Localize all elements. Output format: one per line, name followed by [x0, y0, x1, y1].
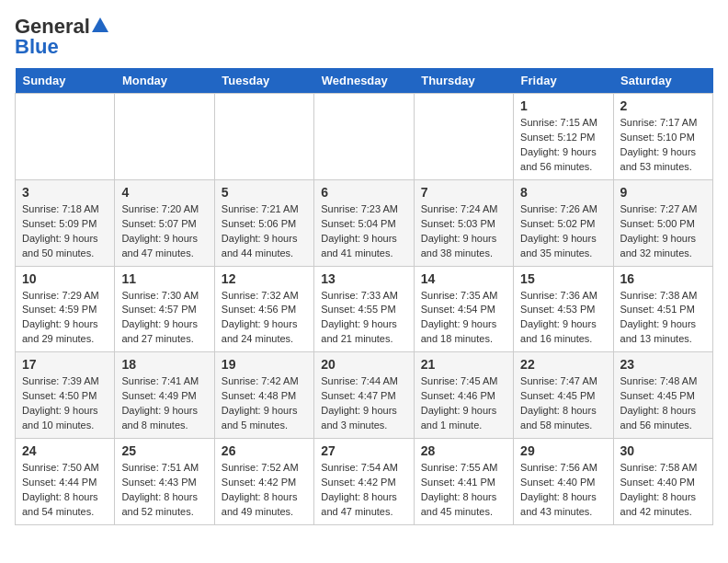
day-info: Sunrise: 7:36 AM Sunset: 4:53 PM Dayligh… — [520, 289, 606, 348]
day-info: Sunrise: 7:51 AM Sunset: 4:43 PM Dayligh… — [121, 461, 207, 520]
day-number: 9 — [620, 185, 706, 200]
calendar-cell: 26Sunrise: 7:52 AM Sunset: 4:42 PM Dayli… — [214, 439, 313, 525]
day-info: Sunrise: 7:42 AM Sunset: 4:48 PM Dayligh… — [222, 374, 307, 433]
day-info: Sunrise: 7:33 AM Sunset: 4:55 PM Dayligh… — [321, 289, 406, 348]
day-number: 10 — [22, 271, 108, 286]
day-info: Sunrise: 7:54 AM Sunset: 4:42 PM Dayligh… — [321, 461, 406, 520]
day-number: 12 — [222, 271, 307, 286]
calendar-cell: 7Sunrise: 7:24 AM Sunset: 5:03 PM Daylig… — [414, 179, 513, 266]
day-number: 19 — [222, 357, 307, 372]
day-number: 18 — [121, 357, 207, 372]
day-info: Sunrise: 7:47 AM Sunset: 4:45 PM Dayligh… — [520, 374, 606, 433]
calendar-week-row: 10Sunrise: 7:29 AM Sunset: 4:59 PM Dayli… — [16, 266, 713, 352]
day-info: Sunrise: 7:18 AM Sunset: 5:09 PM Dayligh… — [22, 202, 108, 261]
calendar-cell: 4Sunrise: 7:20 AM Sunset: 5:07 PM Daylig… — [115, 179, 214, 266]
calendar-cell: 11Sunrise: 7:30 AM Sunset: 4:57 PM Dayli… — [115, 266, 214, 352]
calendar-cell: 12Sunrise: 7:32 AM Sunset: 4:56 PM Dayli… — [214, 266, 313, 352]
day-number: 22 — [520, 357, 606, 372]
day-number: 17 — [22, 357, 108, 372]
day-number: 13 — [321, 271, 406, 286]
calendar-cell: 18Sunrise: 7:41 AM Sunset: 4:49 PM Dayli… — [115, 352, 214, 439]
calendar-cell: 22Sunrise: 7:47 AM Sunset: 4:45 PM Dayli… — [514, 352, 613, 439]
day-info: Sunrise: 7:56 AM Sunset: 4:40 PM Dayligh… — [520, 461, 606, 520]
day-number: 20 — [321, 357, 406, 372]
calendar-cell: 30Sunrise: 7:58 AM Sunset: 4:40 PM Dayli… — [613, 439, 712, 525]
calendar-cell: 16Sunrise: 7:38 AM Sunset: 4:51 PM Dayli… — [613, 266, 712, 352]
day-info: Sunrise: 7:30 AM Sunset: 4:57 PM Dayligh… — [121, 289, 207, 348]
day-info: Sunrise: 7:17 AM Sunset: 5:10 PM Dayligh… — [620, 116, 706, 175]
calendar-cell: 25Sunrise: 7:51 AM Sunset: 4:43 PM Dayli… — [115, 439, 214, 525]
day-number: 25 — [121, 443, 207, 458]
calendar-cell: 8Sunrise: 7:26 AM Sunset: 5:02 PM Daylig… — [514, 179, 613, 266]
calendar-cell: 5Sunrise: 7:21 AM Sunset: 5:06 PM Daylig… — [214, 179, 313, 266]
calendar-cell — [314, 94, 414, 180]
logo-blue-text: Blue — [15, 35, 59, 59]
calendar-cell: 27Sunrise: 7:54 AM Sunset: 4:42 PM Dayli… — [314, 439, 414, 525]
logo: General Blue — [15, 15, 108, 59]
day-info: Sunrise: 7:20 AM Sunset: 5:07 PM Dayligh… — [121, 202, 207, 261]
weekday-header-friday: Friday — [514, 68, 613, 94]
weekday-header-monday: Monday — [115, 68, 214, 94]
svg-marker-0 — [92, 17, 108, 32]
calendar-cell: 3Sunrise: 7:18 AM Sunset: 5:09 PM Daylig… — [16, 179, 115, 266]
calendar-week-row: 17Sunrise: 7:39 AM Sunset: 4:50 PM Dayli… — [16, 352, 713, 439]
calendar-cell: 28Sunrise: 7:55 AM Sunset: 4:41 PM Dayli… — [414, 439, 513, 525]
day-info: Sunrise: 7:50 AM Sunset: 4:44 PM Dayligh… — [22, 461, 108, 520]
calendar-cell: 13Sunrise: 7:33 AM Sunset: 4:55 PM Dayli… — [314, 266, 414, 352]
day-info: Sunrise: 7:39 AM Sunset: 4:50 PM Dayligh… — [22, 374, 108, 433]
day-info: Sunrise: 7:29 AM Sunset: 4:59 PM Dayligh… — [22, 289, 108, 348]
calendar-cell — [115, 94, 214, 180]
logo-triangle-icon — [92, 17, 108, 33]
weekday-header-thursday: Thursday — [414, 68, 513, 94]
day-number: 26 — [222, 443, 307, 458]
day-number: 5 — [222, 185, 307, 200]
day-info: Sunrise: 7:32 AM Sunset: 4:56 PM Dayligh… — [222, 289, 307, 348]
page-header: General Blue — [15, 15, 713, 59]
day-info: Sunrise: 7:44 AM Sunset: 4:47 PM Dayligh… — [321, 374, 406, 433]
day-number: 14 — [421, 271, 506, 286]
calendar-cell: 19Sunrise: 7:42 AM Sunset: 4:48 PM Dayli… — [214, 352, 313, 439]
day-number: 21 — [421, 357, 506, 372]
calendar-cell — [16, 94, 115, 180]
weekday-header-wednesday: Wednesday — [314, 68, 414, 94]
day-info: Sunrise: 7:26 AM Sunset: 5:02 PM Dayligh… — [520, 202, 606, 261]
day-info: Sunrise: 7:15 AM Sunset: 5:12 PM Dayligh… — [520, 116, 606, 175]
calendar-cell: 20Sunrise: 7:44 AM Sunset: 4:47 PM Dayli… — [314, 352, 414, 439]
day-number: 15 — [520, 271, 606, 286]
weekday-header-tuesday: Tuesday — [214, 68, 313, 94]
calendar-cell: 10Sunrise: 7:29 AM Sunset: 4:59 PM Dayli… — [16, 266, 115, 352]
day-info: Sunrise: 7:23 AM Sunset: 5:04 PM Dayligh… — [321, 202, 406, 261]
day-info: Sunrise: 7:27 AM Sunset: 5:00 PM Dayligh… — [620, 202, 706, 261]
weekday-header-row: SundayMondayTuesdayWednesdayThursdayFrid… — [16, 68, 713, 94]
day-number: 11 — [121, 271, 207, 286]
day-info: Sunrise: 7:41 AM Sunset: 4:49 PM Dayligh… — [121, 374, 207, 433]
calendar-table: SundayMondayTuesdayWednesdayThursdayFrid… — [15, 68, 713, 525]
day-number: 8 — [520, 185, 606, 200]
day-info: Sunrise: 7:21 AM Sunset: 5:06 PM Dayligh… — [222, 202, 307, 261]
day-info: Sunrise: 7:55 AM Sunset: 4:41 PM Dayligh… — [421, 461, 506, 520]
day-number: 3 — [22, 185, 108, 200]
calendar-cell: 24Sunrise: 7:50 AM Sunset: 4:44 PM Dayli… — [16, 439, 115, 525]
day-info: Sunrise: 7:58 AM Sunset: 4:40 PM Dayligh… — [620, 461, 706, 520]
calendar-cell: 23Sunrise: 7:48 AM Sunset: 4:45 PM Dayli… — [613, 352, 712, 439]
day-number: 1 — [520, 98, 606, 113]
day-number: 7 — [421, 185, 506, 200]
calendar-cell: 9Sunrise: 7:27 AM Sunset: 5:00 PM Daylig… — [613, 179, 712, 266]
day-info: Sunrise: 7:52 AM Sunset: 4:42 PM Dayligh… — [222, 461, 307, 520]
calendar-cell: 1Sunrise: 7:15 AM Sunset: 5:12 PM Daylig… — [514, 94, 613, 180]
day-number: 2 — [620, 98, 706, 113]
day-number: 27 — [321, 443, 406, 458]
day-info: Sunrise: 7:35 AM Sunset: 4:54 PM Dayligh… — [421, 289, 506, 348]
day-info: Sunrise: 7:38 AM Sunset: 4:51 PM Dayligh… — [620, 289, 706, 348]
day-number: 6 — [321, 185, 406, 200]
calendar-week-row: 3Sunrise: 7:18 AM Sunset: 5:09 PM Daylig… — [16, 179, 713, 266]
calendar-week-row: 1Sunrise: 7:15 AM Sunset: 5:12 PM Daylig… — [16, 94, 713, 180]
day-number: 28 — [421, 443, 506, 458]
day-number: 16 — [620, 271, 706, 286]
calendar-cell: 15Sunrise: 7:36 AM Sunset: 4:53 PM Dayli… — [514, 266, 613, 352]
calendar-week-row: 24Sunrise: 7:50 AM Sunset: 4:44 PM Dayli… — [16, 439, 713, 525]
day-number: 4 — [121, 185, 207, 200]
calendar-cell: 21Sunrise: 7:45 AM Sunset: 4:46 PM Dayli… — [414, 352, 513, 439]
day-number: 30 — [620, 443, 706, 458]
calendar-cell — [414, 94, 513, 180]
